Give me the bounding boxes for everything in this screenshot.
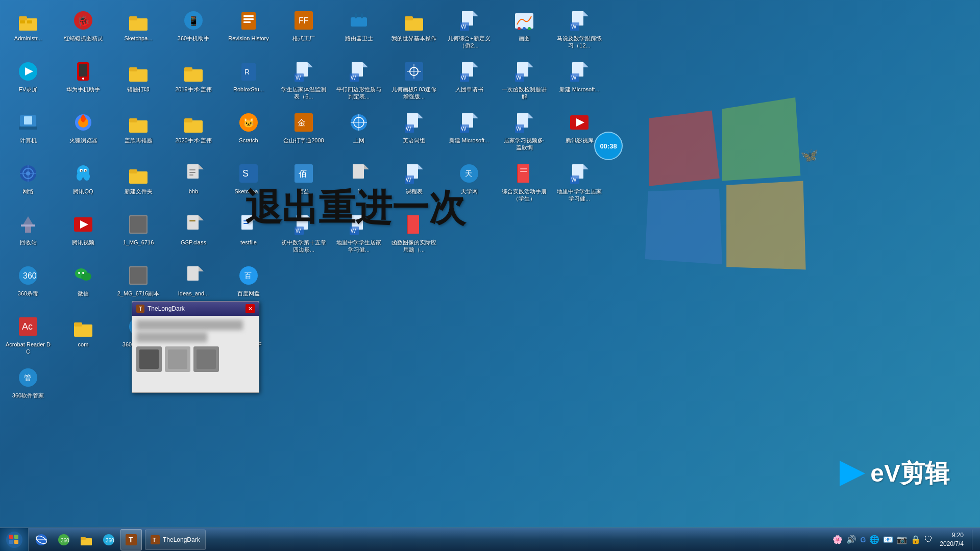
popup-thumb-1[interactable] bbox=[136, 346, 162, 372]
icon-tencent-video[interactable]: 腾讯视频 bbox=[58, 209, 109, 260]
icon-internet[interactable]: 上网 bbox=[333, 107, 384, 158]
icon-network[interactable]: 网络 bbox=[3, 158, 54, 209]
icon-360kill[interactable]: 360 360杀毒 bbox=[3, 260, 54, 311]
icon-roblox[interactable]: R RobloxStu... bbox=[223, 56, 274, 107]
icon-img1mg[interactable]: 1_MG_6716 bbox=[113, 209, 164, 260]
taskbar-icon-thelongdark[interactable]: T bbox=[120, 529, 142, 550]
icon-scratch[interactable]: 🐱 Scratch bbox=[223, 107, 274, 158]
icon-surgery-2020[interactable]: 2020手术·盖伟 bbox=[168, 107, 219, 158]
icon-new-ms2[interactable]: W 新建 Microsoft... bbox=[444, 107, 495, 158]
icon-geometry-comp[interactable]: W 几何综合+新定义（倒2... bbox=[444, 5, 495, 56]
icon-com[interactable]: com bbox=[58, 311, 109, 362]
icon-sketchpa2[interactable]: S Sketchpa... bbox=[223, 158, 274, 209]
icon-math-speech[interactable]: W 马说及数学跟踪练习（12... bbox=[554, 5, 605, 56]
icon-geometry-pad[interactable]: 几何画板5.03迷你增强版... bbox=[388, 56, 439, 107]
icon-computer[interactable]: 计算机 bbox=[3, 107, 54, 158]
icon-student-temp[interactable]: W 学生居家体温监测表（6... bbox=[278, 56, 329, 107]
tray-icon-sound[interactable]: 🔊 bbox=[845, 534, 857, 545]
icon-label-geometry-pad: 几何画板5.03迷你增强版... bbox=[391, 86, 437, 101]
icon-my-world[interactable]: 我的世界基本操作 bbox=[388, 5, 439, 56]
icon-home-study-multi[interactable]: W 居家学习视频多·盖欣惆 bbox=[499, 107, 550, 158]
icon-software-mgr[interactable]: 管 360软件管家 bbox=[3, 362, 54, 413]
icon-junior-math[interactable]: W 初中数学第十五章 四边形... bbox=[278, 209, 329, 260]
icon-join-apply[interactable]: W 入团申请书 bbox=[444, 56, 495, 107]
tray-icon-camera[interactable]: 📷 bbox=[896, 534, 908, 545]
icon-new-ms1[interactable]: W 新建 Microsoft... bbox=[554, 56, 605, 107]
icon-home-study1[interactable]: W 地里中学学生居家学习健... bbox=[554, 158, 605, 209]
icon-error-print[interactable]: 错题打印 bbox=[113, 56, 164, 107]
taskbar-pinned-icons: 360 360 T bbox=[29, 529, 144, 550]
icon-label-join-apply: 入团申请书 bbox=[455, 86, 483, 93]
svg-text:W: W bbox=[296, 228, 301, 234]
icon-university-net[interactable]: 天 天学网 bbox=[444, 158, 495, 209]
icon-format-factory[interactable]: FF 格式工厂 bbox=[278, 5, 329, 56]
icon-revision-history[interactable]: Revision History bbox=[223, 5, 274, 56]
ev-play-icon bbox=[840, 461, 865, 486]
icon-gsp-class[interactable]: GSP.class bbox=[168, 209, 219, 260]
icon-administrator[interactable]: Administr... bbox=[3, 5, 54, 56]
icon-acrobat[interactable]: Ac Acrobat Reader DC bbox=[3, 311, 54, 362]
tray-icon-flower[interactable]: 🌸 bbox=[831, 534, 844, 545]
svg-rect-4 bbox=[27, 20, 32, 23]
icon-wechat[interactable]: 微信 bbox=[58, 260, 109, 311]
icon-course-table[interactable]: W 课程表 bbox=[388, 158, 439, 209]
icon-red-dragonfly[interactable]: 🐞 红蜻蜓抓图精灵 bbox=[58, 5, 109, 56]
taskbar-tray: 🌸 🔊 G 🌐 📧 📷 🔒 🛡 9:20 2020/7/4 bbox=[827, 530, 980, 550]
icon-label-360kill: 360杀毒 bbox=[18, 290, 38, 297]
svg-rect-100 bbox=[405, 16, 413, 20]
svg-rect-34 bbox=[184, 118, 192, 122]
tray-icon-lock[interactable]: 🔒 bbox=[910, 534, 922, 545]
icon-cover-wrong[interactable]: 盖欣再错题 bbox=[113, 107, 164, 158]
icon-testfile[interactable]: testfile bbox=[223, 209, 274, 260]
start-button[interactable] bbox=[0, 528, 29, 552]
icon-label-acrobat: Acrobat Reader DC bbox=[5, 341, 51, 356]
icon-sketchpa1[interactable]: Sketchpa... bbox=[113, 5, 164, 56]
icon-parallelogram[interactable]: W 平行四边形性质与判定表... bbox=[333, 56, 384, 107]
icon-ev-recorder[interactable]: EV录屏 bbox=[3, 56, 54, 107]
taskbar-active-app[interactable]: T TheLongDark bbox=[145, 530, 206, 550]
svg-text:W: W bbox=[461, 23, 467, 30]
icon-label-surgery-2020: 2020手术·盖伟 bbox=[175, 137, 212, 144]
icon-canvas[interactable]: 画图 bbox=[499, 5, 550, 56]
svg-text:S: S bbox=[242, 168, 249, 179]
icon-label-practice-book: 综合实践活动手册（学生） bbox=[501, 188, 547, 203]
svg-rect-169 bbox=[520, 168, 527, 169]
desktop-icons-left: Administr... 🐞 红蜻蜓抓图精灵 Sketchpa... 📱 360… bbox=[0, 0, 276, 551]
tray-icon-email[interactable]: 📧 bbox=[882, 534, 894, 545]
icon-huawei-phone[interactable]: 华为手机助手 bbox=[58, 56, 109, 107]
tray-icon-network2[interactable]: 🌐 bbox=[868, 534, 880, 545]
svg-rect-189 bbox=[9, 540, 13, 544]
icon-new-folder[interactable]: 新建文件夹 bbox=[113, 158, 164, 209]
icon-recycle[interactable]: 回收站 bbox=[3, 209, 54, 260]
svg-text:天: 天 bbox=[465, 169, 472, 178]
icon-bhb[interactable]: bhb bbox=[168, 158, 219, 209]
icon-label-geometry-comp: 几何综合+新定义（倒2... bbox=[446, 35, 492, 49]
icon-home-study2[interactable]: W 地里中学学生居家学习健... bbox=[333, 209, 384, 260]
icon-num1[interactable]: 1 bbox=[333, 158, 384, 209]
popup-thumb-2[interactable] bbox=[165, 346, 190, 372]
icon-label-fox-browser: 火狐浏览器 bbox=[69, 137, 97, 144]
svg-text:360: 360 bbox=[61, 538, 69, 543]
show-desktop-button[interactable] bbox=[972, 530, 976, 550]
popup-close-button[interactable]: ✕ bbox=[246, 304, 255, 313]
icon-label-error-print: 错题打印 bbox=[127, 86, 150, 93]
icon-surgery-2019[interactable]: 2019手术·盖伟 bbox=[168, 56, 219, 107]
icon-360phone[interactable]: 📱 360手机助手 bbox=[168, 5, 219, 56]
icon-wubi[interactable]: 佰 佰益 bbox=[278, 158, 329, 209]
icon-qq[interactable]: 腾讯QQ bbox=[58, 158, 109, 209]
icon-english-dict[interactable]: W 英语词组 bbox=[388, 107, 439, 158]
taskbar-icon-360browser[interactable]: 360 bbox=[53, 529, 75, 550]
icon-linear-func[interactable]: W 一次函数检测题讲解 bbox=[499, 56, 550, 107]
icon-function-graph[interactable]: 函数图像的实际应用题（... bbox=[388, 209, 439, 260]
taskbar-icon-360security[interactable]: 360 bbox=[98, 529, 119, 550]
icon-practice-book[interactable]: 综合实践活动手册（学生） bbox=[499, 158, 550, 209]
tray-icon-shield[interactable]: 🛡 bbox=[923, 534, 934, 545]
icon-fox-browser[interactable]: 火狐浏览器 bbox=[58, 107, 109, 158]
taskbar-clock[interactable]: 9:20 2020/7/4 bbox=[936, 531, 968, 548]
taskbar-icon-file-manager[interactable] bbox=[76, 529, 97, 550]
taskbar-icon-ie[interactable] bbox=[31, 529, 52, 550]
popup-thumb-3[interactable] bbox=[193, 346, 219, 372]
icon-router-guard[interactable]: 路由器卫士 bbox=[333, 5, 384, 56]
tray-icon-google[interactable]: G bbox=[859, 535, 867, 545]
icon-jinshan2008[interactable]: 金 金山打字通2008 bbox=[278, 107, 329, 158]
